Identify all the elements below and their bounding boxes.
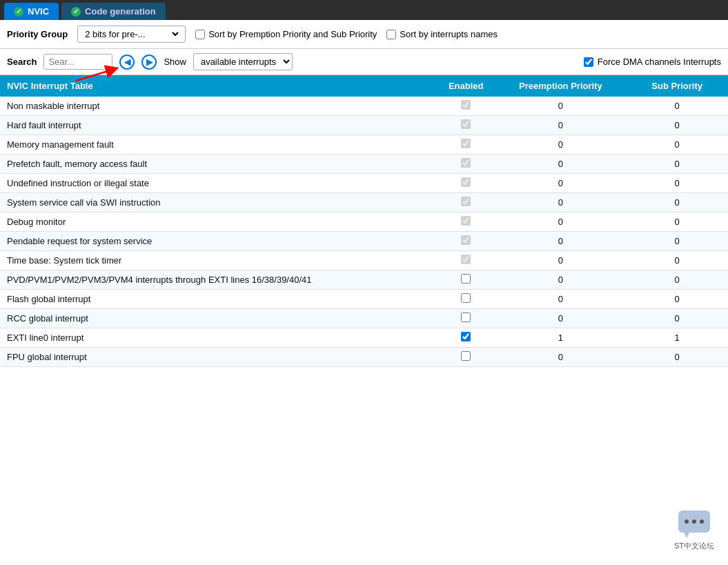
svg-point-6 bbox=[700, 519, 704, 524]
col-header-interrupt: NVIC Interrupt Table bbox=[0, 75, 437, 97]
sort-names-label: Sort by interrupts names bbox=[400, 29, 498, 39]
enabled-checkbox[interactable] bbox=[461, 235, 471, 245]
interrupt-name: FPU global interrupt bbox=[0, 348, 437, 367]
sub-priority-value: 0 bbox=[626, 212, 728, 232]
enabled-cell bbox=[437, 193, 495, 212]
enabled-checkbox[interactable] bbox=[461, 332, 471, 341]
table-row: Non maskable interrupt00 bbox=[0, 97, 728, 116]
tab-code-gen-label: Code generation bbox=[85, 6, 156, 17]
content-wrapper: Priority Group 2 bits for pre-...4 bits … bbox=[0, 20, 728, 367]
interrupt-table-container: NVIC Interrupt Table Enabled Preemption … bbox=[0, 75, 728, 367]
preemption-value: 0 bbox=[495, 135, 626, 155]
enabled-checkbox[interactable] bbox=[461, 255, 471, 264]
enabled-cell bbox=[437, 135, 495, 155]
tab-code-gen[interactable]: ✓ Code generation bbox=[61, 3, 166, 20]
interrupt-name: System service call via SWI instruction bbox=[0, 193, 437, 212]
interrupt-table: NVIC Interrupt Table Enabled Preemption … bbox=[0, 75, 728, 367]
preemption-value: 0 bbox=[495, 116, 626, 135]
enabled-checkbox[interactable] bbox=[461, 293, 471, 303]
search-label: Search bbox=[7, 57, 37, 67]
enabled-cell bbox=[437, 174, 495, 193]
enabled-checkbox[interactable] bbox=[461, 351, 471, 361]
enabled-cell bbox=[437, 328, 495, 348]
table-row: Pendable request for system service00 bbox=[0, 232, 728, 251]
preemption-value: 0 bbox=[495, 212, 626, 232]
enabled-checkbox[interactable] bbox=[461, 139, 471, 148]
sub-priority-value: 0 bbox=[626, 116, 728, 135]
table-row: PVD/PVM1/PVM2/PVM3/PVM4 interrupts throu… bbox=[0, 270, 728, 290]
force-dma-checkbox[interactable] bbox=[584, 57, 593, 67]
enabled-checkbox[interactable] bbox=[461, 216, 471, 226]
toolbar: Priority Group 2 bits for pre-...4 bits … bbox=[0, 20, 728, 49]
sort-premption-checkbox[interactable] bbox=[195, 30, 205, 39]
interrupt-name: Memory management fault bbox=[0, 135, 437, 155]
sub-priority-value: 0 bbox=[626, 348, 728, 367]
interrupt-name: Flash global interrupt bbox=[0, 290, 437, 309]
search-row: Search ◀ ▶ Show available interruptsall … bbox=[0, 49, 728, 75]
sub-priority-value: 0 bbox=[626, 97, 728, 116]
show-dropdown[interactable]: available interruptsall interrupts bbox=[193, 53, 293, 70]
watermark-label: ST中文论坛 bbox=[674, 541, 714, 551]
force-dma-group: Force DMA channels Interrupts bbox=[584, 57, 721, 67]
enabled-checkbox[interactable] bbox=[461, 100, 471, 110]
enabled-cell bbox=[437, 309, 495, 328]
watermark-icon bbox=[677, 509, 711, 538]
enabled-cell bbox=[437, 116, 495, 135]
interrupt-name: Prefetch fault, memory access fault bbox=[0, 155, 437, 174]
preemption-value: 1 bbox=[495, 328, 626, 348]
table-row: Hard fault interrupt00 bbox=[0, 116, 728, 135]
col-header-preemption: Preemption Priority bbox=[495, 75, 626, 97]
svg-marker-7 bbox=[684, 533, 689, 538]
table-row: Undefined instruction or illegal state00 bbox=[0, 174, 728, 193]
priority-group-select[interactable]: 2 bits for pre-...4 bits for pre-emption… bbox=[82, 28, 181, 40]
search-input[interactable] bbox=[43, 54, 112, 70]
table-row: RCC global interrupt00 bbox=[0, 309, 728, 328]
sub-priority-value: 0 bbox=[626, 270, 728, 290]
sort-names-checkbox[interactable] bbox=[386, 30, 396, 39]
enabled-checkbox[interactable] bbox=[461, 197, 471, 206]
tab-bar: ✓ NVIC ✓ Code generation bbox=[0, 0, 728, 20]
table-row: Memory management fault00 bbox=[0, 135, 728, 155]
enabled-checkbox[interactable] bbox=[461, 158, 471, 168]
interrupt-name: EXTI line0 interrupt bbox=[0, 328, 437, 348]
sub-priority-value: 1 bbox=[626, 328, 728, 348]
enabled-checkbox[interactable] bbox=[461, 119, 471, 129]
preemption-value: 0 bbox=[495, 97, 626, 116]
enabled-checkbox[interactable] bbox=[461, 274, 471, 284]
sub-priority-value: 0 bbox=[626, 290, 728, 309]
interrupt-name: RCC global interrupt bbox=[0, 309, 437, 328]
table-row: EXTI line0 interrupt11 bbox=[0, 328, 728, 348]
table-row: System service call via SWI instruction0… bbox=[0, 193, 728, 212]
show-label: Show bbox=[164, 57, 186, 67]
enabled-checkbox[interactable] bbox=[461, 177, 471, 187]
sort-names-group: Sort by interrupts names bbox=[386, 29, 498, 39]
enabled-cell bbox=[437, 155, 495, 174]
next-nav-btn[interactable]: ▶ bbox=[141, 54, 157, 70]
enabled-cell bbox=[437, 251, 495, 270]
interrupt-name: Debug monitor bbox=[0, 212, 437, 232]
table-row: Prefetch fault, memory access fault00 bbox=[0, 155, 728, 174]
tab-nvic[interactable]: ✓ NVIC bbox=[4, 3, 59, 20]
enabled-cell bbox=[437, 270, 495, 290]
nvic-check-icon: ✓ bbox=[14, 7, 23, 17]
sub-priority-value: 0 bbox=[626, 155, 728, 174]
enabled-cell bbox=[437, 232, 495, 251]
interrupt-name: Pendable request for system service bbox=[0, 232, 437, 251]
table-row: Time base: System tick timer00 bbox=[0, 251, 728, 270]
sub-priority-value: 0 bbox=[626, 135, 728, 155]
sub-priority-value: 0 bbox=[626, 232, 728, 251]
priority-group-label: Priority Group bbox=[7, 29, 68, 39]
preemption-value: 0 bbox=[495, 155, 626, 174]
sub-priority-value: 0 bbox=[626, 309, 728, 328]
prev-nav-btn[interactable]: ◀ bbox=[119, 54, 135, 70]
enabled-checkbox[interactable] bbox=[461, 313, 471, 322]
interrupt-name: Undefined instruction or illegal state bbox=[0, 174, 437, 193]
priority-group-dropdown[interactable]: 2 bits for pre-...4 bits for pre-emption… bbox=[77, 26, 186, 43]
interrupt-name: Non maskable interrupt bbox=[0, 97, 437, 116]
watermark: ST中文论坛 bbox=[674, 509, 714, 551]
interrupt-name: PVD/PVM1/PVM2/PVM3/PVM4 interrupts throu… bbox=[0, 270, 437, 290]
table-row: FPU global interrupt00 bbox=[0, 348, 728, 367]
svg-point-5 bbox=[692, 519, 696, 524]
sub-priority-value: 0 bbox=[626, 193, 728, 212]
enabled-cell bbox=[437, 97, 495, 116]
